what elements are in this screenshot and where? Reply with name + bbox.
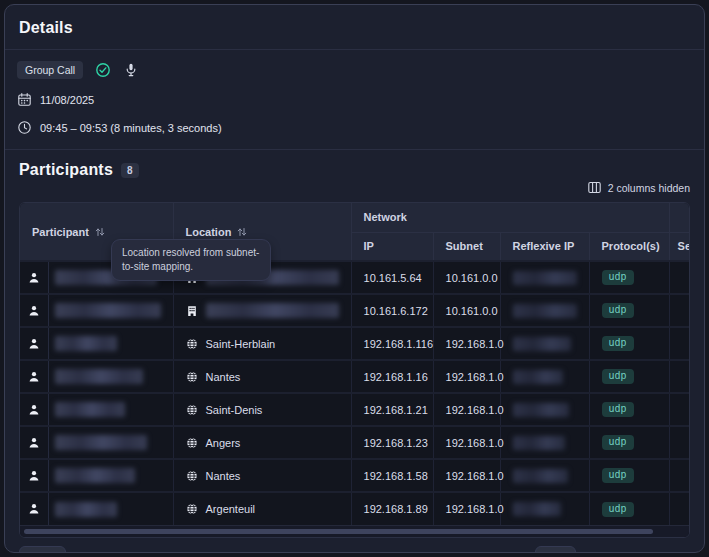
rows-per-page-value: 10 [29, 551, 41, 553]
ip-cell: 10.161.6.172 [351, 294, 433, 327]
subnet-cell: 10.161.0.0 [433, 294, 500, 327]
page-select[interactable]: 1 [535, 546, 576, 553]
participant-name-cell [48, 393, 173, 426]
columns-icon [587, 180, 602, 195]
subnet-cell: 192.168.1.0 [433, 393, 500, 426]
scrollbar-thumb[interactable] [24, 529, 653, 534]
divider [5, 49, 704, 50]
participant-avatar-cell [20, 261, 48, 294]
redacted-reflexive-ip [513, 403, 569, 417]
participant-name-cell [48, 327, 173, 360]
location-text: Saint-Herblain [206, 338, 276, 350]
redacted-reflexive-ip [513, 469, 568, 483]
redacted-reflexive-ip [513, 304, 577, 318]
location-text: Saint-Denis [206, 404, 263, 416]
previous-page-button[interactable] [631, 550, 650, 553]
reflexive-ip-cell [500, 261, 589, 294]
location-text: Argenteuil [206, 503, 256, 515]
person-icon [28, 338, 40, 350]
call-type-badge: Group Call [17, 61, 83, 79]
participant-avatar-cell [20, 360, 48, 393]
send-cell [669, 294, 689, 327]
header-group-network: Network [351, 203, 669, 232]
table-row[interactable]: Argenteuil 192.168.1.89 192.168.1.0 udp [20, 492, 689, 525]
person-icon [28, 437, 40, 449]
protocol-badge: udp [602, 468, 634, 483]
globe-icon [186, 338, 198, 350]
globe-icon [186, 437, 198, 449]
rows-per-page-select[interactable]: 10 [19, 546, 66, 553]
send-cell [669, 492, 689, 525]
send-cell [669, 327, 689, 360]
reflexive-ip-cell [500, 492, 589, 525]
next-page-button[interactable] [671, 550, 690, 553]
table-row[interactable]: Saint-Denis 192.168.1.21 192.168.1.0 udp [20, 393, 689, 426]
table-row[interactable]: Angers 192.168.1.23 192.168.1.0 udp [20, 426, 689, 459]
participant-name-cell [48, 492, 173, 525]
send-cell [669, 459, 689, 492]
call-time-range: 09:45 – 09:53 (8 minutes, 3 seconds) [40, 122, 222, 134]
columns-hidden-control[interactable]: 2 columns hidden [15, 180, 690, 195]
location-cell: Saint-Denis [173, 393, 351, 426]
header-subnet: Subnet [433, 232, 500, 261]
reflexive-ip-cell [500, 426, 589, 459]
participants-count-badge: 8 [121, 163, 139, 178]
ip-cell: 192.168.1.21 [351, 393, 433, 426]
table-row[interactable]: 10.161.6.172 10.161.0.0 udp [20, 294, 689, 327]
send-cell [669, 261, 689, 294]
check-circle-icon [95, 62, 111, 78]
protocol-badge: udp [602, 270, 634, 285]
subnet-cell: 192.168.1.0 [433, 360, 500, 393]
redacted-participant-name [55, 502, 117, 517]
rows-per-page-label: rows per page [75, 551, 142, 553]
location-cell: Angers [173, 426, 351, 459]
ip-cell: 192.168.1.23 [351, 426, 433, 459]
table-row[interactable]: Nantes 192.168.1.16 192.168.1.0 udp [20, 360, 689, 393]
call-date: 11/08/2025 [40, 94, 94, 106]
redacted-participant-name [55, 435, 147, 450]
protocol-cell: udp [589, 294, 669, 327]
table-body: 10.161.5.64 10.161.0.0 udp [20, 261, 689, 525]
location-cell [173, 294, 351, 327]
participant-avatar-cell [20, 294, 48, 327]
ip-cell: 10.161.5.64 [351, 261, 433, 294]
protocol-badge: udp [602, 369, 634, 384]
chevron-left-icon [637, 552, 644, 553]
reflexive-ip-cell [500, 294, 589, 327]
ip-cell: 192.168.1.89 [351, 492, 433, 525]
building-icon [186, 305, 198, 317]
chevron-right-icon [677, 552, 684, 553]
participant-name-cell [48, 459, 173, 492]
person-icon [28, 503, 40, 515]
call-details-panel: Details Group Call 11/08/2025 09:45 – 09… [4, 4, 705, 553]
page-of-label: of 1 [585, 551, 603, 553]
redacted-participant-name [55, 402, 125, 417]
protocol-badge: udp [602, 502, 634, 517]
subnet-cell: 192.168.1.0 [433, 327, 500, 360]
redacted-participant-name [55, 369, 143, 384]
redacted-reflexive-ip [513, 271, 577, 285]
reflexive-ip-cell [500, 327, 589, 360]
location-text: Nantes [206, 371, 241, 383]
subnet-cell: 10.161.0.0 [433, 261, 500, 294]
location-cell: Nantes [173, 459, 351, 492]
location-cell: Saint-Herblain [173, 327, 351, 360]
page-value: 1 [545, 551, 551, 553]
microphone-icon [123, 62, 139, 78]
protocol-cell: udp [589, 327, 669, 360]
location-cell: Nantes [173, 360, 351, 393]
protocol-cell: udp [589, 360, 669, 393]
participant-name-cell [48, 360, 173, 393]
table-row[interactable]: Saint-Herblain 192.168.1.116 192.168.1.0… [20, 327, 689, 360]
person-icon [28, 272, 40, 284]
redacted-reflexive-ip [513, 436, 565, 450]
globe-icon [186, 503, 198, 515]
horizontal-scrollbar[interactable] [20, 525, 689, 537]
clock-icon [17, 120, 32, 135]
table-row[interactable]: Nantes 192.168.1.58 192.168.1.0 udp [20, 459, 689, 492]
header-ip: IP [351, 232, 433, 261]
send-cell [669, 426, 689, 459]
location-text: Angers [206, 437, 241, 449]
subnet-cell: 192.168.1.0 [433, 426, 500, 459]
header-protocols[interactable]: Protocol(s) [589, 232, 669, 261]
